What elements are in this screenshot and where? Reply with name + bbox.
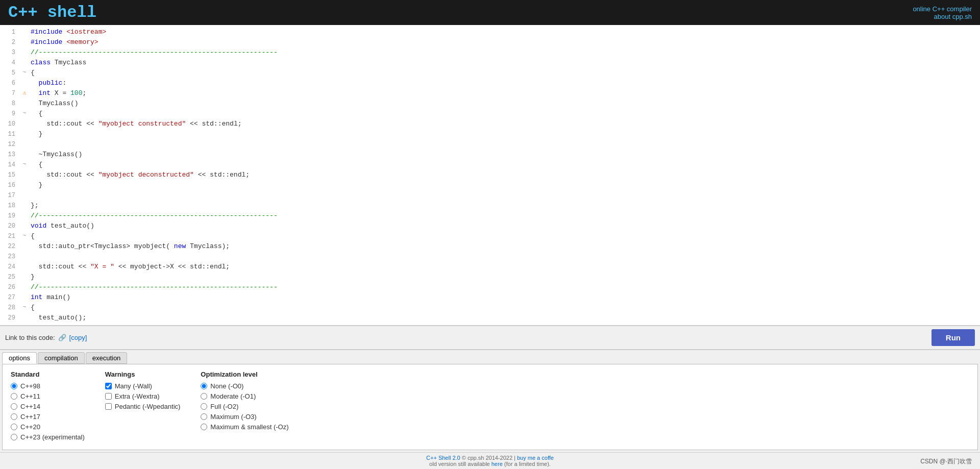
- code-line-7: 7⚠ int X = 100;: [0, 88, 980, 98]
- check-wextra[interactable]: [105, 393, 112, 400]
- code-line-4: 4class Tmyclass: [0, 58, 980, 68]
- line-code: test_auto();: [29, 313, 980, 323]
- option-oz[interactable]: Maximum & smallest (-Oz): [201, 423, 288, 431]
- line-indicator: [20, 150, 29, 150]
- line-number: 7: [0, 88, 20, 98]
- line-indicator: [20, 47, 29, 48]
- radio-cpp17[interactable]: [11, 413, 17, 420]
- footer-text: C++ Shell 2.0 © cpp.sh 2014-2022 | buy m…: [426, 455, 554, 467]
- line-code: Tmyclass(): [29, 98, 980, 109]
- line-number: 22: [0, 241, 20, 251]
- options-panel: options compilation execution Standard C…: [0, 350, 980, 452]
- code-line-29: 29 test_auto();: [0, 313, 980, 323]
- line-code: ~Tmyclass(): [29, 150, 980, 160]
- run-button[interactable]: Run: [932, 329, 975, 346]
- line-code: #include <iostream>: [29, 27, 980, 37]
- option-o1[interactable]: Moderate (-O1): [201, 392, 288, 400]
- online-compiler-label[interactable]: online C++ compiler: [913, 5, 972, 13]
- option-o3[interactable]: Maximum (-O3): [201, 413, 288, 421]
- option-o2[interactable]: Full (-O2): [201, 403, 288, 410]
- options-content: Standard C++98 C++11 C++14 C++17 C++20 C…: [2, 364, 978, 450]
- line-code: std::cout << "myobject deconstructed" <<…: [29, 170, 980, 180]
- line-code: //--------------------------------------…: [29, 282, 980, 292]
- about-link[interactable]: about cpp.sh: [913, 13, 972, 20]
- option-cpp23[interactable]: C++23 (experimental): [11, 433, 85, 441]
- standard-section: Standard C++98 C++11 C++14 C++17 C++20 C…: [11, 371, 85, 443]
- tab-execution[interactable]: execution: [86, 352, 128, 364]
- option-o0[interactable]: None (-O0): [201, 382, 288, 390]
- optimization-title: Optimization level: [201, 371, 288, 378]
- cppshell-link[interactable]: C++ Shell 2.0: [426, 455, 460, 461]
- radio-oz[interactable]: [201, 424, 207, 430]
- line-code: std::cout << "myobject constructed" << s…: [29, 119, 980, 129]
- radio-cpp23[interactable]: [11, 434, 17, 440]
- buy-coffee-link[interactable]: buy me a coffe: [517, 455, 554, 461]
- code-line-26: 26//------------------------------------…: [0, 282, 980, 292]
- option-cpp14[interactable]: C++14: [11, 403, 85, 410]
- line-number: 16: [0, 180, 20, 190]
- line-number: 6: [0, 78, 20, 88]
- line-number: 30: [0, 323, 20, 325]
- link-label: Link to this code:: [5, 334, 55, 341]
- line-code: class Tmyclass: [29, 58, 980, 68]
- footer: C++ Shell 2.0 © cpp.sh 2014-2022 | buy m…: [0, 452, 980, 469]
- code-line-15: 15 std::cout << "myobject deconstructed"…: [0, 170, 980, 180]
- line-code: }: [29, 180, 980, 190]
- option-wpedantic[interactable]: Pedantic (-Wpedantic): [105, 403, 181, 410]
- warnings-title: Warnings: [105, 371, 181, 378]
- line-code: {: [29, 109, 980, 119]
- line-code: int main(): [29, 292, 980, 303]
- link-left: Link to this code: 🔗 [copy]: [5, 334, 87, 341]
- line-number: 25: [0, 272, 20, 282]
- option-cpp20[interactable]: C++20: [11, 423, 85, 431]
- option-cpp98[interactable]: C++98: [11, 382, 85, 390]
- radio-cpp98[interactable]: [11, 383, 17, 389]
- radio-cpp20[interactable]: [11, 424, 17, 430]
- line-number: 14: [0, 160, 20, 169]
- line-indicator: [20, 98, 29, 99]
- check-wpedantic[interactable]: [105, 403, 112, 410]
- check-wall[interactable]: [105, 383, 112, 389]
- line-code: {: [29, 160, 980, 170]
- line-indicator: [20, 78, 29, 79]
- here-link[interactable]: here: [492, 461, 503, 467]
- code-line-27: 27int main(): [0, 292, 980, 303]
- code-line-23: 23: [0, 252, 980, 262]
- code-line-10: 10 std::cout << "myobject constructed" <…: [0, 119, 980, 129]
- line-indicator: [20, 37, 29, 38]
- code-line-8: 8 Tmyclass(): [0, 98, 980, 109]
- line-code: {: [29, 68, 980, 78]
- line-number: 11: [0, 129, 20, 139]
- header-right: online C++ compiler about cpp.sh: [913, 5, 972, 20]
- radio-cpp11[interactable]: [11, 393, 17, 400]
- line-number: 29: [0, 313, 20, 323]
- radio-o3[interactable]: [201, 413, 207, 420]
- line-indicator: [20, 129, 29, 130]
- line-number: 19: [0, 211, 20, 220]
- line-code: //--------------------------------------…: [29, 47, 980, 58]
- option-wall[interactable]: Many (-Wall): [105, 382, 181, 390]
- code-line-12: 12: [0, 139, 980, 150]
- line-indicator: [20, 323, 29, 324]
- code-line-5: 5~{: [0, 68, 980, 78]
- line-code: {: [29, 231, 980, 241]
- line-code: {: [29, 303, 980, 313]
- header: C++ shell online C++ compiler about cpp.…: [0, 0, 980, 25]
- radio-o1[interactable]: [201, 393, 207, 400]
- code-editor[interactable]: 1#include <iostream>2#include <memory>3/…: [0, 25, 980, 325]
- code-line-14: 14~ {: [0, 160, 980, 170]
- tab-options[interactable]: options: [2, 352, 37, 364]
- code-line-9: 9~ {: [0, 109, 980, 119]
- option-wextra[interactable]: Extra (-Wextra): [105, 392, 181, 400]
- code-line-24: 24 std::cout << "X = " << myobject->X <<…: [0, 262, 980, 272]
- tab-compilation[interactable]: compilation: [38, 352, 85, 364]
- radio-o2[interactable]: [201, 403, 207, 410]
- option-cpp11[interactable]: C++11: [11, 392, 85, 400]
- option-cpp17[interactable]: C++17: [11, 413, 85, 421]
- line-number: 9: [0, 109, 20, 118]
- line-code: }: [29, 272, 980, 282]
- code-line-19: 19//------------------------------------…: [0, 211, 980, 221]
- copy-link[interactable]: [copy]: [69, 334, 87, 341]
- radio-o0[interactable]: [201, 383, 207, 389]
- radio-cpp14[interactable]: [11, 403, 17, 410]
